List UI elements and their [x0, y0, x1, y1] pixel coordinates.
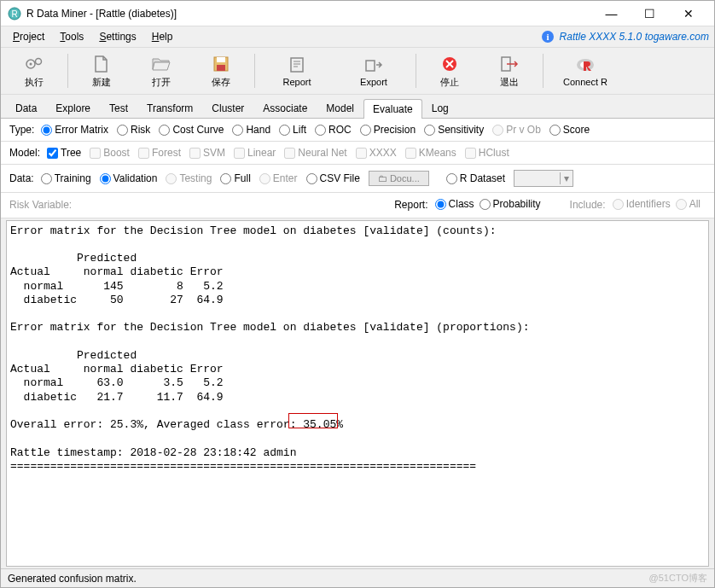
menu-settings[interactable]: Settings [92, 29, 142, 44]
tab-evaluate[interactable]: Evaluate [363, 99, 422, 119]
menu-tools[interactable]: Tools [53, 29, 90, 44]
app-icon: R [8, 7, 21, 20]
model-option-boost: Boost [90, 147, 130, 159]
model-label: Model: [9, 147, 40, 159]
tab-test[interactable]: Test [100, 98, 137, 118]
type-option-cost-curve[interactable]: Cost Curve [159, 124, 224, 136]
new-button[interactable]: 新建 [72, 49, 131, 92]
exit-icon [500, 54, 519, 74]
tab-cluster[interactable]: Cluster [202, 98, 253, 118]
chevron-down-icon: ▾ [560, 172, 573, 184]
risk-report-panel: Risk Variable: Report: Class Probability… [1, 193, 714, 218]
report-option-class[interactable]: Class [435, 198, 474, 210]
tab-data[interactable]: Data [6, 98, 46, 118]
data-option-enter: Enter [259, 172, 298, 184]
type-option-roc[interactable]: ROC [315, 124, 352, 136]
window-title: R Data Miner - [Rattle (diabetes)] [26, 8, 592, 20]
brand-text: Rattle XXXX 5.1.0 togaware.com [560, 31, 709, 43]
data-option-testing: Testing [166, 172, 212, 184]
model-option-hclust: HClust [465, 147, 509, 159]
toolbar: 执行 新建 打开 保存 Report Export 停止 [1, 47, 714, 95]
export-icon [364, 55, 383, 75]
svg-text:R: R [11, 9, 17, 19]
info-icon: i [541, 30, 555, 44]
maximize-button[interactable]: ☐ [631, 2, 669, 26]
type-option-risk[interactable]: Risk [117, 124, 150, 136]
include-option-identifiers: Identifiers [613, 198, 671, 210]
data-panel: Data: Training Validation Testing Full E… [1, 165, 714, 193]
minimize-button[interactable]: — [592, 2, 631, 26]
stop-button[interactable]: 停止 [420, 49, 480, 92]
brand-link[interactable]: togaware.com [645, 31, 709, 43]
window-controls: — ☐ ✕ [592, 2, 707, 26]
folder-icon: 🗀 [378, 173, 387, 183]
type-label: Type: [9, 124, 34, 136]
menubar: Project Tools Settings Help i Rattle XXX… [1, 26, 714, 47]
r-logo-icon [575, 55, 596, 75]
type-option-hand[interactable]: Hand [232, 124, 270, 136]
model-option-kmeans: KMeans [405, 147, 456, 159]
report-option-probability[interactable]: Probability [480, 198, 541, 210]
quit-button[interactable]: 退出 [480, 49, 539, 92]
include-label: Include: [570, 199, 606, 211]
type-option-pr-v-ob: Pr v Ob [492, 124, 541, 136]
model-panel: Model: Tree Boost Forest SVM Linear Neur… [1, 142, 714, 165]
stop-icon [441, 54, 458, 74]
type-panel: Type: Error Matrix Risk Cost Curve Hand … [1, 119, 714, 142]
model-option-neural-net: Neural Net [284, 147, 346, 159]
app-window: R R Data Miner - [Rattle (diabetes)] — ☐… [0, 0, 715, 588]
export-button[interactable]: Export [335, 49, 412, 92]
svg-rect-9 [217, 65, 225, 71]
tab-associate[interactable]: Associate [253, 98, 317, 118]
tab-model[interactable]: Model [317, 98, 363, 118]
svg-rect-10 [291, 58, 303, 72]
type-option-sensitivity[interactable]: Sensitivity [424, 124, 484, 136]
tab-explore[interactable]: Explore [46, 98, 100, 118]
model-option-tree[interactable]: Tree [47, 147, 81, 159]
report-button[interactable]: Report [259, 49, 335, 92]
status-text: Generated confusion matrix. [8, 573, 137, 585]
file-icon [94, 54, 109, 74]
report-icon [288, 55, 305, 75]
svg-rect-8 [217, 57, 225, 62]
data-option-r-dataset[interactable]: R Dataset [446, 172, 505, 184]
close-button[interactable]: ✕ [669, 2, 707, 26]
gears-icon [24, 54, 44, 74]
watermark: @51CTO博客 [649, 572, 707, 585]
highlight-box [288, 413, 338, 428]
svg-text:i: i [546, 32, 549, 42]
model-option-svm: SVM [189, 147, 225, 159]
model-option-linear: Linear [234, 147, 276, 159]
output-area[interactable]: Error matrix for the Decision Tree model… [6, 220, 709, 568]
report-label: Report: [394, 199, 427, 211]
menu-project[interactable]: Project [6, 29, 51, 44]
model-option-forest: Forest [138, 147, 181, 159]
type-option-error-matrix[interactable]: Error Matrix [41, 124, 108, 136]
open-button[interactable]: 打开 [131, 49, 191, 92]
statusbar: Generated confusion matrix. @51CTO博客 [1, 568, 714, 587]
save-button[interactable]: 保存 [191, 49, 251, 92]
folder-open-icon [152, 54, 171, 74]
data-option-training[interactable]: Training [41, 172, 91, 184]
svg-rect-14 [366, 61, 375, 71]
data-source-label: Data: [9, 172, 34, 184]
data-option-validation[interactable]: Validation [100, 172, 158, 184]
tabbar: DataExploreTestTransformClusterAssociate… [1, 95, 714, 119]
model-option-xxxx: XXXX [356, 147, 397, 159]
type-option-precision[interactable]: Precision [360, 124, 416, 136]
save-icon [212, 54, 230, 74]
rdataset-dropdown[interactable]: ▾ [514, 170, 573, 187]
svg-point-5 [30, 62, 32, 65]
data-option-full[interactable]: Full [220, 172, 250, 184]
type-option-lift[interactable]: Lift [279, 124, 306, 136]
type-option-score[interactable]: Score [549, 124, 590, 136]
data-option-csv-file[interactable]: CSV File [306, 172, 360, 184]
include-option-all: All [676, 198, 700, 210]
file-chooser-button[interactable]: 🗀 Docu... [369, 171, 429, 186]
svg-point-6 [36, 58, 42, 64]
menu-help[interactable]: Help [145, 29, 180, 44]
tab-log[interactable]: Log [422, 98, 458, 118]
tab-transform[interactable]: Transform [137, 98, 202, 118]
connectr-button[interactable]: Connect R [547, 49, 624, 92]
execute-button[interactable]: 执行 [4, 49, 64, 92]
